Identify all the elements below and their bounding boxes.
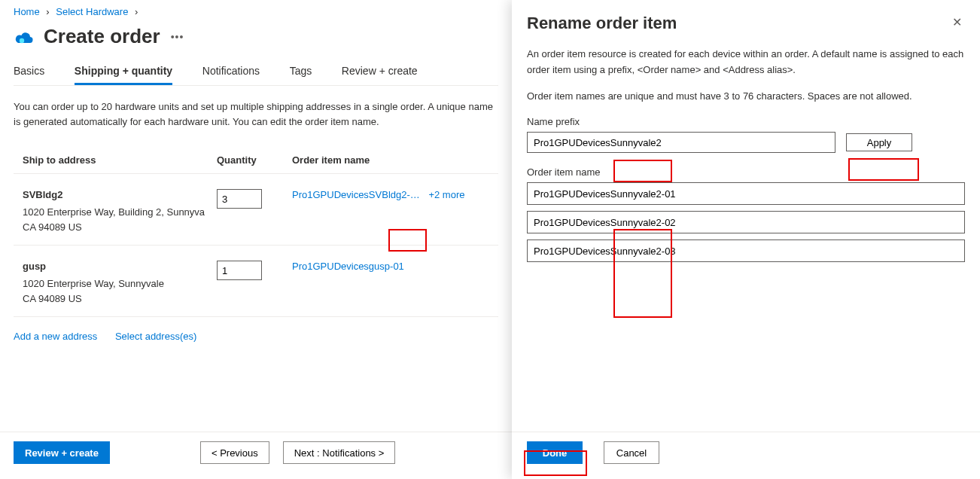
- table-row: SVBldg2 1020 Enterprise Way, Building 2,…: [14, 174, 498, 246]
- next-button[interactable]: Next : Notifications >: [283, 441, 396, 464]
- review-create-button[interactable]: Review + create: [14, 441, 110, 464]
- tab-review[interactable]: Review + create: [342, 59, 418, 83]
- address-line: CA 94089 US: [23, 291, 217, 307]
- quantity-input[interactable]: [217, 261, 262, 280]
- address-line: CA 94089 US: [23, 220, 217, 235]
- col-ship-header: Ship to address: [14, 154, 217, 166]
- order-item-name-label: Order item name: [527, 166, 965, 178]
- address-name: SVBldg2: [23, 189, 217, 200]
- tab-notifications[interactable]: Notifications: [202, 59, 260, 83]
- tab-tags[interactable]: Tags: [290, 59, 312, 83]
- order-item-link[interactable]: Pro1GPUDevicesSVBldg2-…: [292, 189, 420, 200]
- select-addresses-link[interactable]: Select address(es): [115, 331, 196, 342]
- cancel-button[interactable]: Cancel: [604, 441, 659, 464]
- apply-button[interactable]: Apply: [846, 133, 912, 151]
- breadcrumb: Home › Select Hardware ›: [14, 6, 498, 17]
- cloud-icon: [14, 26, 35, 47]
- order-item-name-input[interactable]: [527, 182, 965, 205]
- breadcrumb-select-hardware[interactable]: Select Hardware: [56, 6, 128, 17]
- page-title: Create order: [44, 25, 160, 48]
- quantity-input[interactable]: [217, 189, 262, 209]
- previous-button[interactable]: < Previous: [200, 441, 269, 464]
- close-icon[interactable]: ✕: [949, 14, 965, 31]
- chevron-icon: ›: [46, 6, 49, 17]
- col-order-header: Order item name: [292, 154, 498, 166]
- order-item-link[interactable]: Pro1GPUDevicesgusp-01: [292, 261, 404, 272]
- tab-basics[interactable]: Basics: [14, 59, 44, 83]
- rename-flyout: Rename order item ✕ An order item resour…: [512, 0, 980, 479]
- tab-shipping[interactable]: Shipping + quantity: [75, 59, 172, 85]
- description-text: You can order up to 20 hardware units an…: [14, 99, 498, 129]
- flyout-desc-1: An order item resource is created for ea…: [527, 47, 965, 78]
- col-qty-header: Quantity: [217, 154, 292, 166]
- order-item-more-link[interactable]: +2 more: [428, 189, 464, 200]
- add-address-link[interactable]: Add a new address: [14, 331, 97, 342]
- order-item-name-input[interactable]: [527, 240, 965, 262]
- breadcrumb-home[interactable]: Home: [14, 6, 40, 17]
- chevron-icon: ›: [135, 6, 138, 17]
- svg-point-0: [20, 38, 24, 42]
- tabs: Basics Shipping + quantity Notifications…: [14, 59, 498, 86]
- more-actions-icon[interactable]: •••: [171, 31, 184, 43]
- prefix-label: Name prefix: [527, 116, 965, 127]
- address-name: gusp: [23, 261, 217, 272]
- address-line: 1020 Enterprise Way, Building 2, Sunnyva: [23, 205, 217, 220]
- bottom-bar: Review + create < Previous Next : Notifi…: [0, 432, 512, 479]
- address-line: 1020 Enterprise Way, Sunnyvale: [23, 276, 217, 291]
- table-row: gusp 1020 Enterprise Way, Sunnyvale CA 9…: [14, 246, 498, 317]
- name-prefix-input[interactable]: [527, 132, 835, 153]
- order-item-name-input[interactable]: [527, 211, 965, 233]
- table-header: Ship to address Quantity Order item name: [14, 147, 498, 174]
- flyout-title: Rename order item: [527, 14, 677, 33]
- flyout-desc-2: Order item names are unique and must hav…: [527, 89, 965, 105]
- done-button[interactable]: Done: [527, 441, 583, 464]
